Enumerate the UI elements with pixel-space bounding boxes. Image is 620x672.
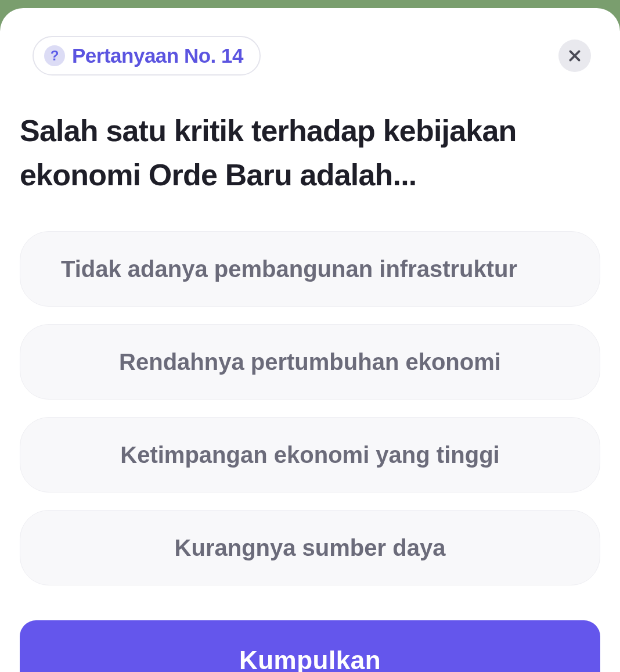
submit-button[interactable]: Kumpulkan [20,620,600,672]
option-3[interactable]: Ketimpangan ekonomi yang tinggi [20,417,600,493]
close-button[interactable] [558,39,591,72]
question-number-badge: ? Pertanyaan No. 14 [33,36,261,76]
modal-header: ? Pertanyaan No. 14 [20,36,600,76]
question-text: Salah satu kritik terhadap kebijakan eko… [20,109,600,197]
question-modal: ? Pertanyaan No. 14 Salah satu kritik te… [0,8,620,672]
options-list: Tidak adanya pembangunan infrastruktur R… [20,231,600,585]
option-2[interactable]: Rendahnya pertumbuhan ekonomi [20,324,600,400]
option-1[interactable]: Tidak adanya pembangunan infrastruktur [20,231,600,307]
close-icon [567,48,582,63]
option-4[interactable]: Kurangnya sumber daya [20,510,600,585]
question-mark-icon: ? [44,45,65,66]
question-number-label: Pertanyaan No. 14 [72,44,243,67]
